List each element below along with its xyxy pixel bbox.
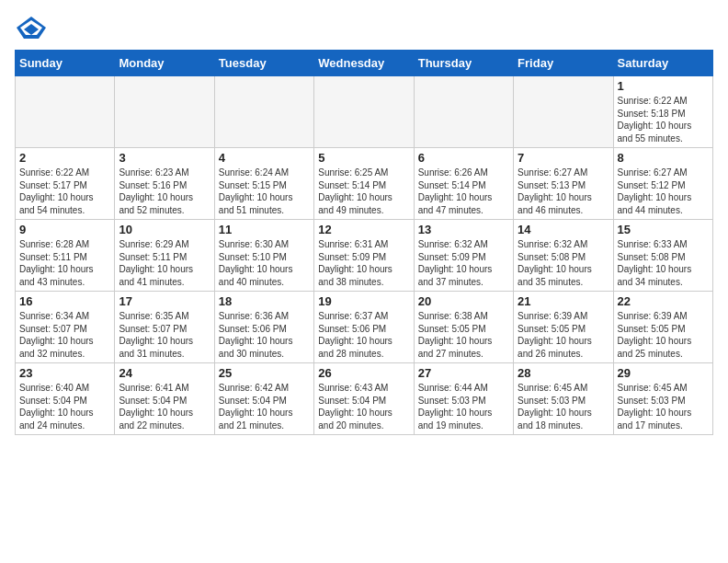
calendar-cell: 28Sunrise: 6:45 AM Sunset: 5:03 PM Dayli… [514, 363, 613, 435]
day-info: Sunrise: 6:30 AM Sunset: 5:10 PM Dayligh… [219, 238, 310, 288]
day-info: Sunrise: 6:25 AM Sunset: 5:14 PM Dayligh… [318, 167, 409, 216]
calendar-cell: 27Sunrise: 6:44 AM Sunset: 5:03 PM Dayli… [414, 363, 513, 435]
calendar-cell: 5Sunrise: 6:25 AM Sunset: 5:14 PM Daylig… [314, 148, 414, 220]
day-info: Sunrise: 6:39 AM Sunset: 5:05 PM Dayligh… [618, 310, 709, 360]
day-number: 22 [618, 294, 709, 308]
calendar-cell: 11Sunrise: 6:30 AM Sunset: 5:10 PM Dayli… [214, 220, 313, 292]
day-number: 13 [418, 223, 509, 236]
day-number: 21 [518, 294, 609, 308]
calendar-cell: 25Sunrise: 6:42 AM Sunset: 5:04 PM Dayli… [214, 363, 313, 435]
day-info: Sunrise: 6:42 AM Sunset: 5:04 PM Dayligh… [219, 382, 310, 431]
calendar-cell: 23Sunrise: 6:40 AM Sunset: 5:04 PM Dayli… [16, 363, 115, 435]
day-number: 28 [518, 366, 609, 380]
calendar-cell [115, 76, 214, 148]
day-info: Sunrise: 6:45 AM Sunset: 5:03 PM Dayligh… [618, 382, 709, 431]
weekday-header-row: SundayMondayTuesdayWednesdayThursdayFrid… [16, 51, 713, 76]
day-number: 12 [318, 223, 409, 236]
calendar-table: SundayMondayTuesdayWednesdayThursdayFrid… [15, 50, 713, 435]
calendar-cell: 17Sunrise: 6:35 AM Sunset: 5:07 PM Dayli… [115, 292, 214, 363]
calendar-cell: 26Sunrise: 6:43 AM Sunset: 5:04 PM Dayli… [314, 363, 414, 435]
calendar-cell: 8Sunrise: 6:27 AM Sunset: 5:12 PM Daylig… [613, 148, 712, 220]
day-number: 8 [618, 151, 709, 165]
day-info: Sunrise: 6:24 AM Sunset: 5:15 PM Dayligh… [219, 167, 310, 216]
calendar-cell: 16Sunrise: 6:34 AM Sunset: 5:07 PM Dayli… [16, 292, 115, 363]
weekday-header-friday: Friday [514, 51, 613, 76]
weekday-header-sunday: Sunday [16, 51, 115, 76]
calendar-row: 1Sunrise: 6:22 AM Sunset: 5:18 PM Daylig… [16, 76, 713, 148]
day-number: 5 [318, 151, 409, 165]
calendar-row: 9Sunrise: 6:28 AM Sunset: 5:11 PM Daylig… [16, 220, 713, 292]
calendar-cell: 19Sunrise: 6:37 AM Sunset: 5:06 PM Dayli… [314, 292, 414, 363]
weekday-header-thursday: Thursday [414, 51, 513, 76]
day-info: Sunrise: 6:37 AM Sunset: 5:06 PM Dayligh… [318, 310, 409, 360]
day-number: 17 [119, 294, 210, 308]
day-number: 6 [418, 151, 509, 165]
day-info: Sunrise: 6:43 AM Sunset: 5:04 PM Dayligh… [318, 382, 409, 431]
day-info: Sunrise: 6:35 AM Sunset: 5:07 PM Dayligh… [119, 310, 210, 360]
calendar-cell: 7Sunrise: 6:27 AM Sunset: 5:13 PM Daylig… [514, 148, 613, 220]
day-info: Sunrise: 6:22 AM Sunset: 5:17 PM Dayligh… [19, 167, 110, 216]
weekday-header-monday: Monday [115, 51, 214, 76]
day-info: Sunrise: 6:39 AM Sunset: 5:05 PM Dayligh… [518, 310, 609, 360]
calendar-cell: 3Sunrise: 6:23 AM Sunset: 5:16 PM Daylig… [115, 148, 214, 220]
calendar-cell: 14Sunrise: 6:32 AM Sunset: 5:08 PM Dayli… [514, 220, 613, 292]
logo [15, 15, 51, 40]
day-info: Sunrise: 6:29 AM Sunset: 5:11 PM Dayligh… [119, 238, 210, 288]
day-number: 4 [219, 151, 310, 165]
day-info: Sunrise: 6:27 AM Sunset: 5:12 PM Dayligh… [618, 167, 709, 216]
calendar-cell [214, 76, 313, 148]
day-info: Sunrise: 6:45 AM Sunset: 5:03 PM Dayligh… [518, 382, 609, 431]
weekday-header-tuesday: Tuesday [214, 51, 313, 76]
day-number: 15 [618, 223, 709, 236]
calendar-cell [314, 76, 414, 148]
day-info: Sunrise: 6:40 AM Sunset: 5:04 PM Dayligh… [19, 382, 110, 431]
calendar-cell: 21Sunrise: 6:39 AM Sunset: 5:05 PM Dayli… [514, 292, 613, 363]
day-number: 25 [219, 366, 310, 380]
day-info: Sunrise: 6:26 AM Sunset: 5:14 PM Dayligh… [418, 167, 509, 216]
weekday-header-wednesday: Wednesday [314, 51, 414, 76]
day-info: Sunrise: 6:44 AM Sunset: 5:03 PM Dayligh… [418, 382, 509, 431]
day-number: 29 [618, 366, 709, 380]
day-info: Sunrise: 6:22 AM Sunset: 5:18 PM Dayligh… [618, 95, 709, 144]
calendar-cell: 18Sunrise: 6:36 AM Sunset: 5:06 PM Dayli… [214, 292, 313, 363]
day-number: 27 [418, 366, 509, 380]
calendar-cell: 13Sunrise: 6:32 AM Sunset: 5:09 PM Dayli… [414, 220, 513, 292]
day-info: Sunrise: 6:23 AM Sunset: 5:16 PM Dayligh… [119, 167, 210, 216]
day-info: Sunrise: 6:34 AM Sunset: 5:07 PM Dayligh… [19, 310, 110, 360]
day-number: 14 [518, 223, 609, 236]
calendar-row: 16Sunrise: 6:34 AM Sunset: 5:07 PM Dayli… [16, 292, 713, 363]
day-info: Sunrise: 6:28 AM Sunset: 5:11 PM Dayligh… [19, 238, 110, 288]
day-number: 11 [219, 223, 310, 236]
calendar-cell: 2Sunrise: 6:22 AM Sunset: 5:17 PM Daylig… [16, 148, 115, 220]
calendar-cell: 24Sunrise: 6:41 AM Sunset: 5:04 PM Dayli… [115, 363, 214, 435]
day-number: 23 [19, 366, 110, 380]
calendar-row: 23Sunrise: 6:40 AM Sunset: 5:04 PM Dayli… [16, 363, 713, 435]
calendar-cell: 15Sunrise: 6:33 AM Sunset: 5:08 PM Dayli… [613, 220, 712, 292]
day-number: 19 [318, 294, 409, 308]
weekday-header-saturday: Saturday [613, 51, 712, 76]
day-info: Sunrise: 6:38 AM Sunset: 5:05 PM Dayligh… [418, 310, 509, 360]
calendar-cell: 1Sunrise: 6:22 AM Sunset: 5:18 PM Daylig… [613, 76, 712, 148]
day-number: 18 [219, 294, 310, 308]
day-info: Sunrise: 6:36 AM Sunset: 5:06 PM Dayligh… [219, 310, 310, 360]
calendar-cell: 10Sunrise: 6:29 AM Sunset: 5:11 PM Dayli… [115, 220, 214, 292]
calendar-row: 2Sunrise: 6:22 AM Sunset: 5:17 PM Daylig… [16, 148, 713, 220]
day-info: Sunrise: 6:41 AM Sunset: 5:04 PM Dayligh… [119, 382, 210, 431]
calendar-cell: 4Sunrise: 6:24 AM Sunset: 5:15 PM Daylig… [214, 148, 313, 220]
day-info: Sunrise: 6:27 AM Sunset: 5:13 PM Dayligh… [518, 167, 609, 216]
calendar-cell: 12Sunrise: 6:31 AM Sunset: 5:09 PM Dayli… [314, 220, 414, 292]
day-number: 3 [119, 151, 210, 165]
calendar-cell: 29Sunrise: 6:45 AM Sunset: 5:03 PM Dayli… [613, 363, 712, 435]
day-number: 2 [19, 151, 110, 165]
day-number: 10 [119, 223, 210, 236]
day-number: 9 [19, 223, 110, 236]
day-info: Sunrise: 6:32 AM Sunset: 5:09 PM Dayligh… [418, 238, 509, 288]
day-number: 1 [618, 79, 709, 93]
calendar-cell [414, 76, 513, 148]
day-number: 7 [518, 151, 609, 165]
calendar-cell [514, 76, 613, 148]
calendar-cell: 22Sunrise: 6:39 AM Sunset: 5:05 PM Dayli… [613, 292, 712, 363]
day-number: 24 [119, 366, 210, 380]
day-info: Sunrise: 6:33 AM Sunset: 5:08 PM Dayligh… [618, 238, 709, 288]
day-number: 16 [19, 294, 110, 308]
